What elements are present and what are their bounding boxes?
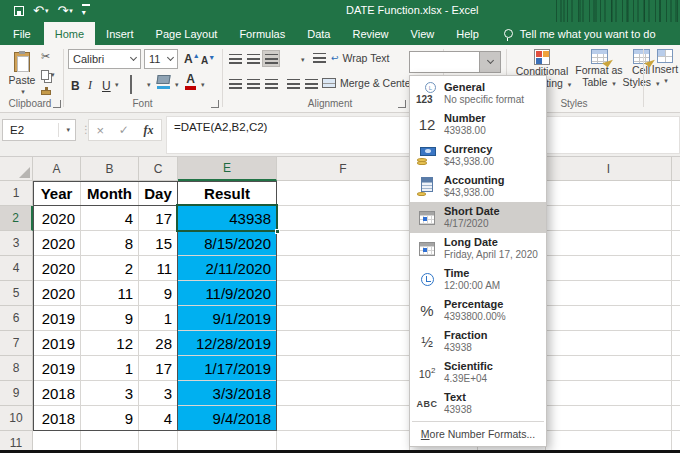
undo-dropdown-icon[interactable]: ▾ — [45, 3, 49, 19]
number-format-combo[interactable] — [409, 51, 501, 73]
redo-dropdown-icon[interactable]: ▾ — [69, 3, 73, 19]
cell-I4[interactable] — [546, 256, 672, 281]
tab-home[interactable]: Home — [44, 22, 95, 45]
wrap-text-button[interactable]: ↩ Wrap Text — [313, 52, 389, 64]
clipboard-dialog-launcher-icon[interactable] — [53, 100, 61, 108]
align-left-button[interactable] — [226, 75, 244, 92]
cell-A4[interactable]: 2020 — [33, 256, 81, 281]
cell-A1[interactable]: Year — [33, 181, 81, 206]
increase-indent-button[interactable] — [302, 75, 320, 92]
cell-C6[interactable]: 1 — [139, 306, 178, 331]
cell-E8[interactable]: 1/17/2019 — [178, 356, 277, 381]
cell-C10[interactable]: 4 — [139, 406, 178, 431]
row-header-9[interactable]: 9 — [0, 381, 33, 406]
font-dialog-launcher-icon[interactable] — [211, 100, 219, 108]
underline-dropdown-icon[interactable]: ▾ — [115, 81, 119, 89]
column-header-E[interactable]: E — [178, 157, 277, 181]
menu-item-time[interactable]: Time12:00:00 AM — [410, 264, 546, 295]
align-right-button[interactable] — [262, 75, 280, 92]
cell-I8[interactable] — [546, 356, 672, 381]
row-header-1[interactable]: 1 — [0, 181, 33, 206]
cell-E10[interactable]: 9/4/2018 — [178, 406, 277, 431]
menu-item-general[interactable]: L123GeneralNo specific format — [410, 78, 546, 109]
cell-A2[interactable]: 2020 — [33, 206, 81, 231]
alignment-dialog-launcher-icon[interactable] — [398, 100, 406, 108]
undo-button[interactable]: ↶▾ — [33, 3, 48, 19]
cell-F8[interactable] — [277, 356, 410, 381]
tab-help[interactable]: Help — [445, 22, 490, 45]
cell-col88[interactable] — [672, 356, 680, 381]
cell-B6[interactable]: 9 — [81, 306, 139, 331]
row-header-4[interactable]: 4 — [0, 256, 33, 281]
tell-me-box[interactable]: Tell me what you want to do — [504, 22, 656, 45]
cancel-button[interactable]: × — [96, 123, 104, 138]
tab-page-layout[interactable]: Page Layout — [145, 22, 229, 45]
insert-function-button[interactable]: fx — [144, 123, 154, 138]
cell-C3[interactable]: 15 — [139, 231, 178, 256]
tab-data[interactable]: Data — [296, 22, 341, 45]
cell-F1[interactable] — [277, 181, 410, 206]
menu-item-scientific[interactable]: 102Scientific4.39E+04 — [410, 357, 546, 388]
column-header-A[interactable]: A — [33, 157, 81, 181]
borders-button[interactable] — [130, 76, 132, 94]
save-button[interactable] — [14, 3, 24, 19]
cell-B1[interactable]: Month — [81, 181, 139, 206]
cell-F4[interactable] — [277, 256, 410, 281]
menu-item-number[interactable]: 12Number43938.00 — [410, 109, 546, 140]
font-name-combo[interactable]: Calibri — [68, 49, 141, 69]
copy-dropdown-icon[interactable]: ▾ — [51, 71, 55, 79]
cell-C8[interactable]: 17 — [139, 356, 178, 381]
cell-E3[interactable]: 8/15/2020 — [178, 231, 277, 256]
column-header-B[interactable]: B — [81, 157, 139, 181]
cell-C2[interactable]: 17 — [139, 206, 178, 231]
menu-item-long-date[interactable]: Long DateFriday, April 17, 2020 — [410, 233, 546, 264]
cell-I3[interactable] — [546, 231, 672, 256]
bold-button[interactable]: B — [71, 74, 80, 93]
cell-E2[interactable]: 43938 — [178, 206, 277, 231]
copy-button[interactable]: ▾ — [41, 68, 55, 81]
cell-col87[interactable] — [672, 331, 680, 356]
menu-item-currency[interactable]: Currency$43,938.00 — [410, 140, 546, 171]
fill-color-button[interactable] — [157, 75, 170, 89]
row-header-5[interactable]: 5 — [0, 281, 33, 306]
menu-item-short-date[interactable]: Short Date4/17/2020 — [410, 202, 546, 233]
select-all-corner[interactable] — [0, 157, 33, 181]
column-header-x8[interactable] — [672, 157, 680, 181]
cell-col810[interactable] — [672, 406, 680, 431]
insert-dropdown-icon[interactable]: ▾ — [664, 75, 668, 87]
row-header-7[interactable]: 7 — [0, 331, 33, 356]
paste-dropdown-icon[interactable]: ▾ — [21, 88, 25, 96]
cell-E7[interactable]: 12/28/2019 — [178, 331, 277, 356]
cell-E9[interactable]: 3/3/2018 — [178, 381, 277, 406]
cell-col82[interactable] — [672, 206, 680, 231]
menu-item-fraction[interactable]: ½Fraction43938 — [410, 326, 546, 357]
cell-col89[interactable] — [672, 381, 680, 406]
enter-button[interactable]: ✓ — [119, 123, 129, 137]
name-box-dropdown[interactable]: ▾ — [58, 123, 70, 137]
menu-item-text[interactable]: ABCText43938 — [410, 388, 546, 419]
format-as-table-button[interactable]: Format as Table ▾ — [575, 49, 623, 90]
cell-B9[interactable]: 3 — [81, 381, 139, 406]
cell-F2[interactable] — [277, 206, 410, 231]
cell-C7[interactable]: 28 — [139, 331, 178, 356]
cell-C9[interactable]: 3 — [139, 381, 178, 406]
row-header-10[interactable]: 10 — [0, 406, 33, 431]
align-middle-button[interactable] — [244, 50, 262, 67]
cell-B3[interactable]: 8 — [81, 231, 139, 256]
cell-C4[interactable]: 11 — [139, 256, 178, 281]
cell-A9[interactable]: 2018 — [33, 381, 81, 406]
row-header-2[interactable]: 2 — [0, 206, 33, 231]
cell-C1[interactable]: Day — [139, 181, 178, 206]
cell-B7[interactable]: 12 — [81, 331, 139, 356]
cell-B4[interactable]: 2 — [81, 256, 139, 281]
cell-A5[interactable]: 2020 — [33, 281, 81, 306]
menu-item-accounting[interactable]: Accounting$43,938.00 — [410, 171, 546, 202]
cell-F3[interactable] — [277, 231, 410, 256]
align-top-button[interactable] — [226, 50, 244, 67]
row-header-6[interactable]: 6 — [0, 306, 33, 331]
borders-dropdown-icon[interactable]: ▾ — [147, 81, 151, 89]
font-color-button[interactable]: A — [185, 73, 196, 90]
cell-F9[interactable] — [277, 381, 410, 406]
customize-qat-button[interactable]: ▾ — [82, 3, 86, 19]
number-format-dropdown-button[interactable] — [479, 51, 501, 73]
